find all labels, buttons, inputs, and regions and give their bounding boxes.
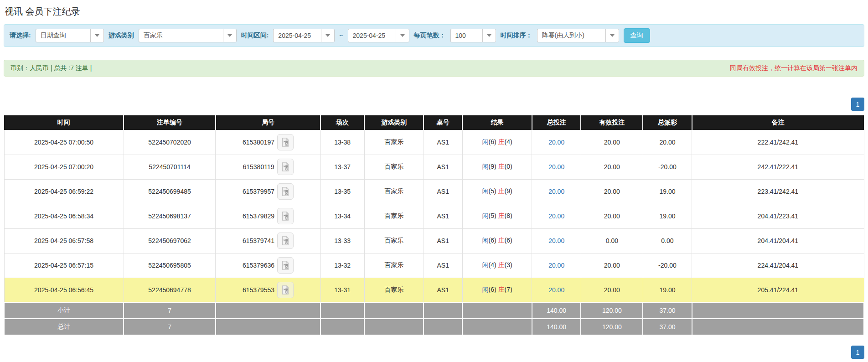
player-result-score: (9): [488, 163, 496, 170]
total-bet-cell: 20.00: [532, 278, 581, 302]
summary-empty-cell: [364, 319, 424, 335]
banker-result-score: (7): [505, 286, 512, 293]
time-cell: 2025-04-25 06:59:22: [4, 179, 124, 204]
session-cell: 13-37: [320, 155, 364, 179]
summary-payout-cell: 37.00: [643, 302, 692, 319]
result-cell: 闲(5) 庄(9): [462, 179, 532, 204]
header-row: 时间注单编号局号场次游戏类别桌号结果总投注有效投注总派彩备注: [4, 115, 864, 130]
banker-result-score: (9): [505, 187, 512, 195]
session-cell: 13-33: [320, 228, 364, 253]
chevron-down-icon[interactable]: [90, 29, 104, 42]
video-replay-button[interactable]: [277, 282, 294, 298]
bet-id-cell: 522450698137: [124, 204, 216, 228]
bet-records-table: 时间注单编号局号场次游戏类别桌号结果总投注有效投注总派彩备注 2025-04-2…: [4, 115, 864, 336]
chevron-down-icon[interactable]: [396, 29, 409, 42]
total-bet-link[interactable]: 20.00: [548, 286, 564, 294]
table-number-cell: AS1: [424, 155, 462, 179]
player-result-label: 闲: [482, 212, 488, 219]
total-bet-cell: 20.00: [532, 179, 581, 204]
banker-result-label: 庄: [498, 237, 505, 244]
per-page-value: 100: [450, 29, 482, 42]
chevron-down-icon[interactable]: [321, 29, 335, 42]
date-to-select[interactable]: 2025-04-25: [348, 29, 409, 42]
summary-empty-cell: [320, 319, 364, 335]
total-bet-link[interactable]: 20.00: [548, 212, 564, 220]
column-header: 总投注: [532, 115, 581, 130]
summary-row: 小计 7 140.00 120.00 37.00: [4, 302, 864, 319]
chevron-down-icon[interactable]: [605, 29, 619, 42]
column-header: 备注: [692, 115, 864, 130]
game-type-select[interactable]: 百家乐: [139, 29, 237, 42]
payout-cell: -20.00: [643, 155, 692, 179]
session-cell: 13-35: [320, 179, 364, 204]
bet-id-cell: 522450701114: [124, 155, 216, 179]
video-replay-button[interactable]: [277, 233, 294, 249]
summary-empty-cell: [462, 319, 532, 335]
time-cell: 2025-04-25 07:00:20: [4, 155, 124, 179]
remark-cell: 204.41/204.41: [692, 228, 864, 253]
summary-total-bet-cell: 140.00: [532, 302, 581, 319]
total-bet-link[interactable]: 20.00: [548, 139, 564, 146]
valid-bet-cell: 20.00: [581, 204, 643, 228]
total-bet-link[interactable]: 20.00: [548, 237, 564, 244]
total-bet-link[interactable]: 20.00: [548, 262, 564, 269]
chevron-down-icon[interactable]: [223, 29, 237, 42]
column-header: 场次: [320, 115, 364, 130]
remark-cell: 223.41/242.41: [692, 179, 864, 204]
time-cell: 2025-04-25 06:57:58: [4, 228, 124, 253]
remark-cell: 242.41/222.41: [692, 155, 864, 179]
video-file-icon: [280, 186, 290, 197]
video-replay-button[interactable]: [277, 134, 294, 150]
page-button[interactable]: 1: [851, 346, 864, 359]
chevron-down-icon[interactable]: [482, 29, 496, 42]
summary-empty-cell: [320, 302, 364, 319]
time-cell: 2025-04-25 07:00:50: [4, 130, 124, 155]
per-page-select[interactable]: 100: [450, 29, 496, 42]
sort-order-select[interactable]: 降幂(由大到小): [537, 29, 619, 42]
page-button[interactable]: 1: [851, 98, 864, 111]
sort-order-value: 降幂(由大到小): [537, 29, 605, 42]
bet-id-cell: 522450702020: [124, 130, 216, 155]
game-type-cell: 百家乐: [364, 228, 424, 253]
valid-bet-cell: 0.00: [581, 228, 643, 253]
total-bet-link[interactable]: 20.00: [548, 188, 564, 195]
query-type-value: 日期查询: [36, 29, 90, 42]
remark-cell: 224.41/204.41: [692, 253, 864, 278]
player-result-label: 闲: [482, 163, 488, 170]
summary-count-cell: 7: [124, 302, 216, 319]
banker-result-label: 庄: [498, 286, 505, 293]
summary-row: 总计 7 140.00 120.00 37.00: [4, 319, 864, 335]
search-button[interactable]: 查询: [624, 28, 650, 43]
round-id: 615379829: [243, 212, 274, 220]
banker-result-score: (3): [505, 261, 512, 269]
remark-cell: 204.41/223.41: [692, 204, 864, 228]
player-result-label: 闲: [482, 138, 488, 145]
video-replay-button[interactable]: [277, 183, 294, 200]
video-replay-button[interactable]: [277, 257, 294, 274]
column-header: 桌号: [424, 115, 462, 130]
date-from-select[interactable]: 2025-04-25: [273, 29, 335, 42]
summary-valid-bet-cell: 120.00: [581, 302, 643, 319]
column-header: 游戏类别: [364, 115, 424, 130]
player-result-label: 闲: [482, 237, 488, 244]
round-id-cell: 615379829: [216, 204, 320, 228]
round-id-cell: 615379553: [216, 278, 320, 302]
game-type-cell: 百家乐: [364, 204, 424, 228]
banker-result-score: (4): [505, 138, 512, 145]
query-type-select[interactable]: 日期查询: [36, 29, 104, 42]
player-result-score: (6): [488, 237, 496, 244]
video-replay-button[interactable]: [277, 159, 294, 175]
sort-order-label: 时间排序：: [501, 31, 532, 40]
session-cell: 13-31: [320, 278, 364, 302]
player-result-score: (6): [488, 138, 496, 145]
summary-count-cell: 7: [124, 319, 216, 335]
summary-empty-cell: [216, 319, 320, 335]
valid-bet-cell: 20.00: [581, 130, 643, 155]
total-bet-link[interactable]: 20.00: [548, 163, 564, 171]
valid-bet-cell: 20.00: [581, 253, 643, 278]
video-file-icon: [280, 137, 290, 147]
notice-text: 同局有效投注，统一计算在该局第一张注单内: [730, 64, 858, 72]
video-replay-button[interactable]: [277, 208, 294, 224]
round-id: 615379741: [243, 237, 274, 244]
caret-glyph: [487, 34, 491, 37]
